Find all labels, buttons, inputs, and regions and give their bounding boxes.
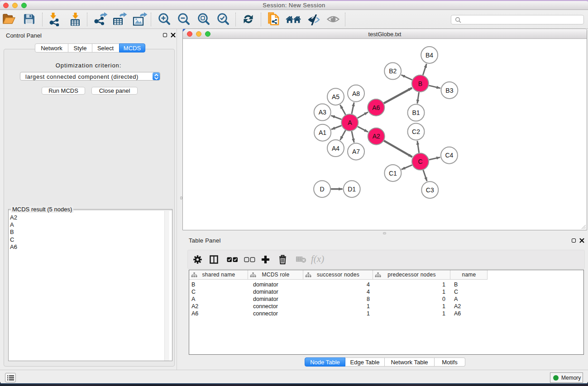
svg-text:A4: A4 [332,145,339,152]
svg-text:B1: B1 [412,109,420,116]
svg-text:C: C [418,158,422,165]
svg-text:A5: A5 [332,93,339,100]
svg-text:B3: B3 [445,87,453,94]
svg-text:C2: C2 [412,128,420,135]
svg-text:A1: A1 [319,129,326,136]
svg-text:C1: C1 [389,170,397,177]
svg-text:A6: A6 [372,104,380,111]
svg-text:B4: B4 [425,52,433,59]
svg-text:C3: C3 [426,186,434,194]
svg-text:A7: A7 [352,148,360,155]
svg-text:B: B [418,80,422,87]
svg-text:D: D [320,186,325,193]
svg-text:B2: B2 [389,67,397,75]
svg-text:C4: C4 [445,152,453,159]
svg-text:A2: A2 [373,133,380,140]
svg-text:D1: D1 [348,186,356,193]
svg-text:A3: A3 [319,109,326,116]
svg-text:A8: A8 [352,90,360,97]
svg-text:A: A [348,119,352,126]
